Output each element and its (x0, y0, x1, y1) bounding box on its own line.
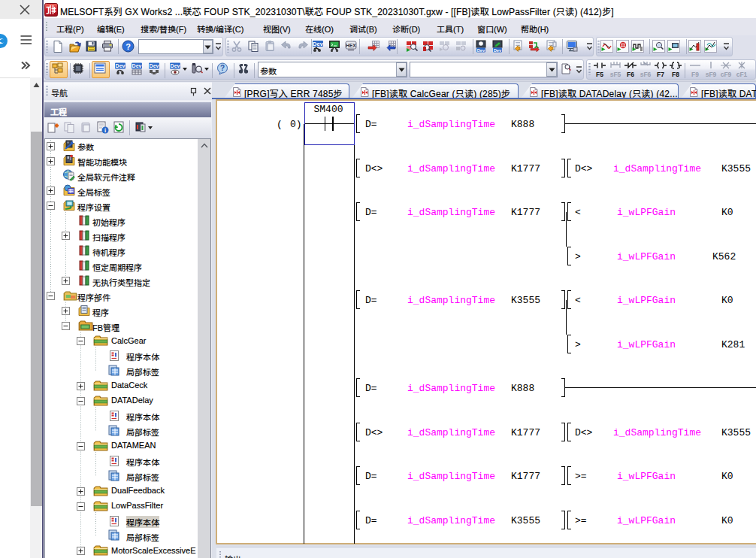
svg-text:?: ? (125, 42, 131, 51)
svg-text:D=: D= (365, 515, 377, 526)
svg-text:>=: >= (575, 471, 587, 482)
svg-text:i_wLPFGain: i_wLPFGain (617, 207, 676, 218)
svg-text:i_dSamplingTime: i_dSamplingTime (407, 207, 495, 218)
svg-text:K1777: K1777 (511, 427, 540, 438)
svg-text:D=: D= (365, 383, 377, 394)
svg-text:sF5: sF5 (610, 71, 621, 77)
svg-text:>=: >= (575, 515, 587, 526)
svg-text:Dev: Dev (494, 48, 502, 53)
svg-text:Dev: Dev (150, 63, 159, 68)
svg-text:D<>: D<> (575, 163, 593, 174)
svg-text:0): 0) (290, 119, 302, 130)
svg-text:i_dSamplingTime: i_dSamplingTime (407, 515, 495, 526)
svg-text:i_dSamplingTime: i_dSamplingTime (613, 163, 701, 174)
svg-text:i_wLPFGain: i_wLPFGain (617, 515, 676, 526)
svg-text:K0: K0 (721, 515, 733, 526)
svg-text:i_dSamplingTime: i_dSamplingTime (407, 471, 495, 482)
svg-text:i_dSamplingTime: i_dSamplingTime (407, 427, 495, 438)
svg-text:K1777: K1777 (511, 163, 540, 174)
svg-text:K0: K0 (721, 295, 733, 306)
svg-text:F9: F9 (691, 71, 699, 77)
svg-text:D=: D= (365, 207, 377, 218)
svg-text:K3555: K3555 (511, 295, 540, 306)
svg-text:>: > (575, 251, 581, 262)
svg-text:K1777: K1777 (511, 471, 540, 482)
svg-text:K562: K562 (712, 251, 736, 262)
svg-text:?: ? (220, 64, 225, 72)
svg-text:sF9: sF9 (706, 71, 717, 77)
svg-text:i_dSamplingTime: i_dSamplingTime (407, 163, 495, 174)
svg-text:K3555: K3555 (721, 163, 751, 174)
svg-text:F6: F6 (627, 71, 634, 77)
svg-text:i_dSamplingTime: i_dSamplingTime (407, 383, 495, 394)
svg-text:K3555: K3555 (511, 515, 540, 526)
svg-text:>: > (575, 339, 581, 350)
svg-text:i_wLPFGain: i_wLPFGain (617, 471, 676, 482)
svg-text:F5: F5 (596, 71, 603, 77)
svg-text:cF1: cF1 (736, 71, 748, 77)
svg-text:i_dSamplingTime: i_dSamplingTime (407, 119, 495, 130)
svg-text:F7: F7 (657, 71, 664, 77)
svg-text:D=: D= (365, 471, 377, 482)
svg-text:i_dSamplingTime: i_dSamplingTime (613, 427, 701, 438)
svg-text:D=: D= (365, 119, 377, 130)
svg-text:K3555: K3555 (721, 427, 751, 438)
svg-text:K0: K0 (721, 471, 733, 482)
svg-text:D=: D= (365, 295, 377, 306)
svg-text:K0: K0 (721, 207, 733, 218)
svg-text:K888: K888 (511, 119, 534, 130)
svg-text:Dev: Dev (116, 63, 125, 68)
svg-text:K888: K888 (511, 383, 534, 394)
svg-text:<: < (575, 295, 581, 306)
svg-text:i: i (104, 127, 106, 134)
svg-text:Dev: Dev (171, 63, 180, 68)
svg-text:(: ( (277, 119, 283, 130)
svg-text:K1777: K1777 (511, 207, 540, 218)
svg-text:sF6: sF6 (640, 71, 652, 77)
svg-text:K281: K281 (721, 339, 745, 350)
svg-text:i_dSamplingTime: i_dSamplingTime (407, 295, 495, 306)
svg-text:D<>: D<> (365, 163, 383, 174)
svg-text:i_wLPFGain: i_wLPFGain (617, 295, 676, 306)
svg-text:SM400: SM400 (313, 104, 343, 115)
svg-text:Dev: Dev (132, 63, 142, 68)
svg-text:cF9: cF9 (721, 71, 732, 77)
svg-text:<: < (575, 207, 581, 218)
svg-text:Dev: Dev (477, 48, 485, 53)
svg-text:i_wLPFGain: i_wLPFGain (617, 339, 676, 350)
svg-text:HEX: HEX (346, 43, 356, 48)
svg-text:F8: F8 (672, 71, 679, 77)
svg-text:Dev: Dev (313, 41, 324, 47)
svg-text:D<>: D<> (575, 427, 593, 438)
svg-text:D<>: D<> (365, 427, 383, 438)
svg-text:i_wLPFGain: i_wLPFGain (617, 251, 676, 262)
